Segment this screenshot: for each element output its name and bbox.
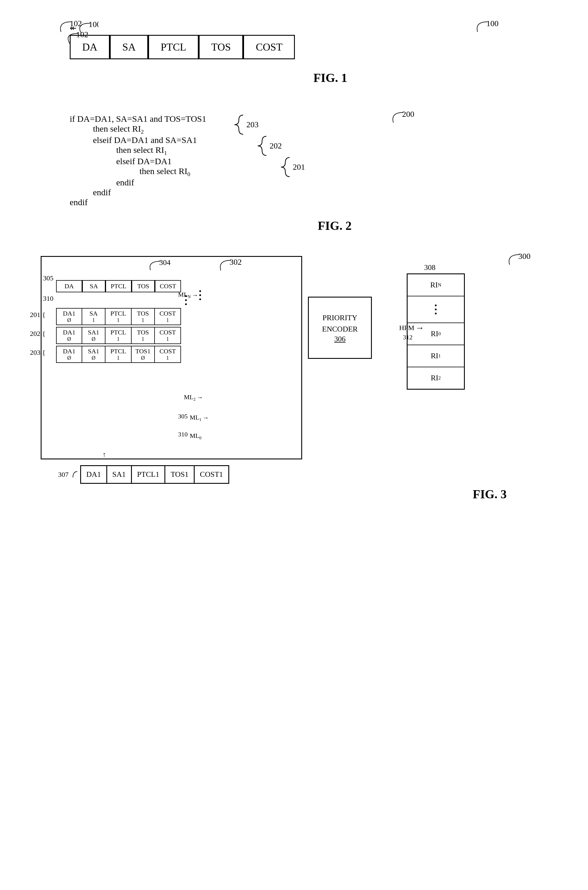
ref-201: 201 {: [30, 311, 46, 319]
packet-cell-cost: COST: [243, 35, 295, 59]
packet-cell-da: DA: [70, 35, 110, 59]
code-line-5: elseif DA=DA1: [116, 156, 206, 166]
mask-row-202: DA1 Ø SA1 Ø PTCL 1 TOS 1: [56, 327, 296, 344]
priority-encoder-box: PRIORITYENCODER 306: [308, 297, 372, 359]
input-packet-row: 307 DA1 SA1 PTCL1 TOS1 COST1: [58, 465, 565, 484]
ref-102: 102: [55, 20, 87, 36]
r202-tos: TOS 1: [132, 327, 155, 344]
ref-305-bottom: 305: [178, 413, 188, 420]
mask-row-top: DA SA PTCL TOS COST: [56, 280, 296, 292]
code-line-9: endif: [70, 197, 206, 207]
svg-text:300: 300: [518, 253, 531, 261]
ref-203: 203 {: [30, 349, 46, 357]
ml-2-label: ML2 →: [184, 393, 203, 402]
r201-ptcl: PTCL 1: [105, 308, 132, 325]
ri-2: RI2: [408, 367, 464, 389]
code-line-8: endif: [93, 188, 206, 197]
ml-0-label: ML0: [190, 432, 201, 440]
brace-203: 203: [233, 114, 258, 135]
r201-tos: TOS 1: [132, 308, 155, 325]
top-sa: SA: [82, 280, 105, 292]
r203-ptcl: PTCL 1: [105, 346, 132, 363]
ref-100: 100: [472, 20, 507, 36]
packet-cell-ptcl: PTCL: [148, 35, 199, 59]
page: ↞ 100 102 100 102 DA: [0, 0, 588, 890]
top-cost: COST: [155, 280, 181, 292]
fig3-section: 300 302 304 305 DA SA PTCL: [40, 256, 565, 484]
svg-text:304: 304: [159, 260, 171, 267]
code-line-7: endif: [116, 177, 206, 188]
svg-text:102: 102: [70, 20, 82, 28]
r201-cost: COST 1: [155, 308, 181, 325]
svg-text:100: 100: [88, 22, 99, 29]
input-cost1: COST1: [195, 465, 229, 484]
r201-da: DA1 Ø: [56, 308, 82, 325]
input-ptcl1: PTCL1: [132, 465, 166, 484]
r203-tos1: TOS1 Ø: [132, 346, 155, 363]
ref-305-topleft: 305: [43, 274, 54, 282]
r203-sa: SA1 Ø: [82, 346, 105, 363]
fig1-section: ↞ 100 102 100 102 DA: [52, 35, 565, 85]
input-cells: DA1 SA1 PTCL1 TOS1 COST1: [80, 465, 229, 484]
r202-sa: SA1 Ø: [82, 327, 105, 344]
input-sa1: SA1: [107, 465, 132, 484]
ref-300: 300: [504, 253, 536, 268]
ref-304: 304: [146, 260, 172, 273]
code-line-2: then select RI2: [93, 124, 206, 135]
ri-table-container: 308 RIN RI0 RI1 RI2: [407, 273, 465, 390]
top-tos: TOS: [132, 280, 155, 292]
priority-encoder-container: PRIORITYENCODER 306 HPM → 312: [308, 297, 372, 359]
r202-da: DA1 Ø: [56, 327, 82, 344]
code-line-4: then select RI1: [116, 145, 206, 156]
code-line-6: then select RI0: [140, 166, 206, 177]
ref-310: 310: [43, 295, 54, 302]
code-line-3: elseif DA=DA1 and SA=SA1: [93, 135, 206, 145]
fig3-caption: FIG. 3: [472, 487, 507, 501]
mask-row-203: DA1 Ø SA1 Ø PTCL 1 TOS1: [56, 346, 296, 363]
ref-307: 307: [58, 471, 69, 479]
ml-1-label: ML1 →: [190, 414, 209, 422]
svg-text:100: 100: [486, 20, 498, 28]
row-203-container: 203 { DA1 Ø SA1 Ø PTCL 1: [47, 346, 296, 363]
r203-da: DA1 Ø: [56, 346, 82, 363]
ri-dots: [408, 296, 464, 323]
input-da1: DA1: [80, 465, 107, 484]
ri-n: RIN: [408, 274, 464, 296]
encoder-ref: 306: [312, 335, 368, 344]
brace-202: 202: [256, 135, 282, 156]
ri-table: RIN RI0 RI1 RI2: [407, 273, 465, 390]
r202-cost: COST 1: [155, 327, 181, 344]
row-201-container: 201 { DA1 Ø SA 1 PTCL 1: [47, 308, 296, 325]
fig2-code: if DA=DA1, SA=SA1 and TOS=TOS1 then sele…: [70, 114, 565, 207]
packet-cell-tos: TOS: [199, 35, 243, 59]
packet-cell-sa: SA: [110, 35, 148, 59]
cam-box: 304 305 DA SA PTCL TOS COST 310: [40, 256, 302, 459]
input-tos1: TOS1: [165, 465, 195, 484]
encoder-label: PRIORITYENCODER: [312, 312, 368, 335]
ref-202: 202 {: [30, 330, 46, 338]
fig2-section: 200 if DA=DA1, SA=SA1 and TOS=TOS1 then …: [46, 114, 565, 233]
row-202-container: 202 { DA1 Ø SA1 Ø PTCL 1: [47, 327, 296, 344]
ml-n-label: MLN →: [178, 290, 201, 300]
ri-1: RI1: [408, 345, 464, 367]
r202-ptcl: PTCL 1: [105, 327, 132, 344]
ref-308: 308: [424, 263, 435, 272]
input-arrow: ↑: [102, 451, 106, 459]
ref-310-bottom: 310: [178, 431, 188, 438]
fig1-caption: FIG. 1: [96, 71, 565, 85]
fig2-caption: FIG. 2: [105, 219, 565, 233]
r201-sa: SA 1: [82, 308, 105, 325]
top-ptcl: PTCL: [105, 280, 132, 292]
mask-row-201: DA1 Ø SA 1 PTCL 1 TOS 1: [56, 308, 296, 325]
code-line-1: if DA=DA1, SA=SA1 and TOS=TOS1: [70, 114, 206, 124]
ri-0: RI0: [408, 323, 464, 345]
brace-201: 201: [279, 156, 305, 177]
packet-diagram: DA SA PTCL TOS COST: [70, 35, 565, 59]
top-da: DA: [56, 280, 82, 292]
r203-cost: COST 1: [155, 346, 181, 363]
